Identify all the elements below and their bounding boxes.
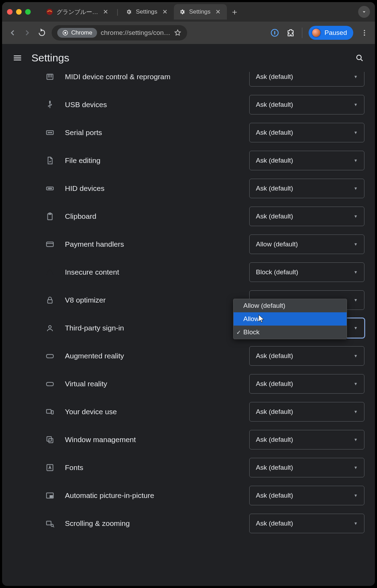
browser-window: グランブルー… ✕ | Settings ✕ Settings ✕ ＋ (2, 2, 375, 586)
permission-select[interactable]: Ask (default) ▼ (249, 95, 364, 114)
reload-button[interactable] (37, 28, 47, 38)
permission-select[interactable]: Allow (default) ▼ (249, 235, 364, 254)
avatar-icon (311, 28, 321, 38)
svg-point-10 (50, 101, 51, 102)
browser-menu-button[interactable] (360, 28, 369, 38)
permissions-list: MIDI device control & reprogram Ask (def… (2, 72, 375, 586)
chevron-down-icon: ▼ (354, 102, 358, 107)
chevron-down-icon: ▼ (354, 242, 358, 247)
tab-overflow-button[interactable] (358, 6, 370, 18)
permission-row: Serial ports Ask (default) ▼ (45, 119, 364, 147)
permission-select-value: Ask (default) (256, 436, 293, 444)
permission-select-value: Ask (default) (256, 352, 293, 360)
permission-select[interactable]: Ask (default) ▼ (249, 374, 364, 394)
chrome-chip-label: Chrome (71, 29, 92, 36)
payment-icon (45, 240, 55, 249)
permission-label: Insecure content (65, 268, 249, 276)
extensions-icon[interactable] (286, 28, 296, 38)
dropdown-option-2[interactable]: Block (234, 326, 347, 339)
svg-point-17 (51, 188, 52, 189)
permission-select-value: Ask (default) (256, 73, 293, 81)
tab-1[interactable]: Settings ✕ (120, 4, 173, 20)
permission-select-value: Ask (default) (256, 492, 293, 499)
permission-select[interactable]: Ask (default) ▼ (249, 72, 364, 87)
toolbar-divider (302, 28, 302, 38)
permission-select[interactable]: Ask (default) ▼ (249, 402, 364, 422)
chevron-down-icon: ▼ (354, 214, 358, 219)
svg-point-13 (50, 132, 50, 133)
svg-point-12 (48, 132, 49, 133)
permission-select-value: Ask (default) (256, 408, 293, 416)
permission-label: Clipboard (65, 212, 249, 221)
hid-icon (45, 184, 55, 193)
minimize-window-button[interactable] (16, 9, 22, 15)
svg-point-14 (51, 132, 52, 133)
permission-select[interactable]: Ask (default) ▼ (249, 514, 364, 533)
permission-select-value: Allow (default) (256, 240, 298, 248)
file-icon (45, 156, 55, 165)
chevron-down-icon: ▼ (354, 158, 358, 163)
svg-rect-27 (47, 437, 51, 441)
tab-separator: | (114, 8, 120, 16)
menu-button[interactable] (13, 53, 22, 63)
permission-select[interactable]: Ask (default) ▼ (249, 486, 364, 505)
svg-rect-28 (49, 439, 53, 443)
permission-select[interactable]: Ask (default) ▼ (249, 430, 364, 449)
chevron-down-icon: ▼ (354, 465, 358, 470)
permission-select[interactable]: Ask (default) ▼ (249, 207, 364, 226)
dropdown-option-1[interactable]: Allow (234, 312, 347, 326)
tab-0-favicon-icon (46, 8, 53, 15)
permission-label: Scrolling & zooming (65, 519, 249, 528)
tab-2[interactable]: Settings ✕ (174, 4, 227, 20)
tab-2-title: Settings (189, 8, 210, 15)
permission-label: Serial ports (65, 128, 249, 137)
permission-select-value: Ask (default) (256, 185, 293, 192)
tab-1-close-icon[interactable]: ✕ (161, 7, 169, 16)
permission-row: Automatic picture-in-picture Ask (defaul… (45, 482, 364, 509)
permission-label: Payment handlers (65, 240, 249, 248)
permission-select[interactable]: Ask (default) ▼ (249, 346, 364, 366)
permission-row: MIDI device control & reprogram Ask (def… (45, 72, 364, 91)
profile-paused-chip[interactable]: Paused (309, 26, 353, 40)
permission-select[interactable]: Ask (default) ▼ (249, 123, 364, 142)
permission-row: File editing Ask (default) ▼ (45, 147, 364, 174)
svg-rect-4 (274, 31, 275, 35)
maximize-window-button[interactable] (25, 9, 31, 15)
new-tab-button[interactable]: ＋ (227, 6, 242, 17)
permission-select[interactable]: Block (default) ▼ (249, 262, 364, 282)
onepassword-extension-icon[interactable] (270, 28, 280, 38)
svg-rect-31 (50, 496, 53, 497)
dropdown-option-0[interactable]: Allow (default) (234, 299, 347, 312)
permission-row: Fonts Ask (default) ▼ (45, 454, 364, 482)
forward-button[interactable] (22, 28, 32, 38)
svg-point-33 (51, 524, 53, 527)
permission-label: Your device use (65, 408, 249, 416)
chrome-chip: Chrome (57, 28, 97, 38)
tab-0-close-icon[interactable]: ✕ (102, 7, 110, 16)
close-window-button[interactable] (7, 9, 13, 15)
address-bar[interactable]: Chrome chrome://settings/con… (52, 25, 187, 40)
window-icon (45, 435, 55, 444)
permission-row: Your device use Ask (default) ▼ (45, 398, 364, 426)
svg-point-7 (364, 35, 365, 36)
lock-icon (45, 296, 55, 305)
permission-dropdown[interactable]: Allow (default) Allow Block (233, 299, 347, 339)
permission-row: Window management Ask (default) ▼ (45, 426, 364, 454)
svg-rect-20 (46, 242, 53, 247)
chevron-down-icon: ▼ (354, 493, 358, 498)
permission-select[interactable]: Ask (default) ▼ (249, 458, 364, 477)
permission-label: File editing (65, 156, 249, 165)
permission-select[interactable]: Ask (default) ▼ (249, 151, 364, 170)
svg-rect-26 (51, 411, 53, 414)
permission-select-value: Block (default) (256, 268, 298, 276)
search-button[interactable] (355, 53, 364, 63)
tab-2-close-icon[interactable]: ✕ (214, 7, 222, 16)
back-button[interactable] (8, 28, 17, 38)
permission-label: Fonts (65, 463, 249, 472)
svg-point-0 (46, 9, 53, 15)
permission-select-value: Ask (default) (256, 157, 293, 164)
permission-select[interactable]: Ask (default) ▼ (249, 179, 364, 198)
tab-0[interactable]: グランブルー… ✕ (41, 4, 114, 20)
bookmark-star-icon[interactable] (174, 29, 182, 37)
gear-icon (179, 8, 186, 15)
